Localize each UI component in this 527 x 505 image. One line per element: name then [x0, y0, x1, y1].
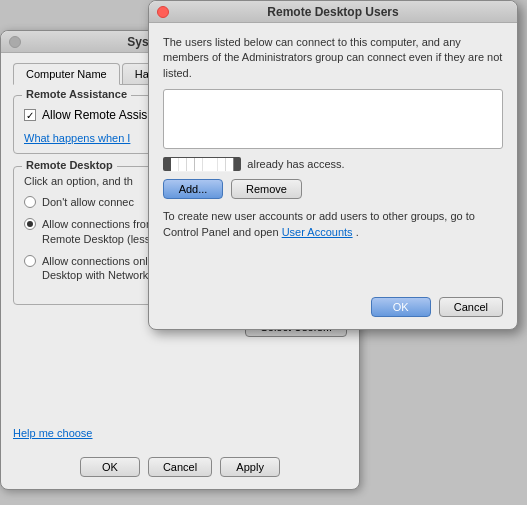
radio-allow-nla[interactable] [24, 255, 36, 267]
users-list-box[interactable] [163, 89, 503, 149]
close-icon[interactable] [157, 6, 169, 18]
description-text: The users listed below can connect to th… [163, 35, 503, 81]
user-accounts-link[interactable]: User Accounts [282, 226, 353, 238]
radio-dont-allow-label: Don't allow connec [42, 195, 134, 209]
remote-desktop-label: Remote Desktop [22, 159, 117, 171]
allow-remote-assistance-text: Allow Remote Assis [42, 108, 147, 122]
bg-dialog-buttons: OK Cancel Apply [1, 457, 359, 477]
user-badge: ████████ [163, 157, 241, 171]
remote-assistance-label: Remote Assistance [22, 88, 131, 100]
tab-computer-name[interactable]: Computer Name [13, 63, 120, 85]
fg-dialog-content: The users listed below can connect to th… [149, 23, 517, 252]
radio-allow-any[interactable] [24, 218, 36, 230]
add-button[interactable]: Add... [163, 179, 223, 199]
fg-dialog-buttons: OK Cancel [371, 297, 503, 317]
bg-apply-button[interactable]: Apply [220, 457, 280, 477]
create-accounts-text-end: . [356, 226, 359, 238]
add-remove-row: Add... Remove [163, 179, 503, 199]
fg-ok-button[interactable]: OK [371, 297, 431, 317]
already-has-access-text: already has access. [247, 158, 344, 170]
bg-ok-button[interactable]: OK [80, 457, 140, 477]
create-accounts-text: To create new user accounts or add users… [163, 209, 503, 240]
fg-cancel-button[interactable]: Cancel [439, 297, 503, 317]
help-me-choose-link[interactable]: Help me choose [13, 427, 93, 439]
what-happens-link[interactable]: What happens when I [24, 132, 130, 144]
close-icon[interactable] [9, 36, 21, 48]
fg-dialog-titlebar: Remote Desktop Users [149, 1, 517, 23]
allow-remote-assistance-checkbox[interactable]: ✓ [24, 109, 36, 121]
bg-cancel-button[interactable]: Cancel [148, 457, 212, 477]
remove-button[interactable]: Remove [231, 179, 302, 199]
radio-dont-allow[interactable] [24, 196, 36, 208]
fg-dialog-title: Remote Desktop Users [267, 5, 398, 19]
access-text-row: ████████ already has access. [163, 157, 503, 171]
remote-desktop-users-dialog: Remote Desktop Users The users listed be… [148, 0, 518, 330]
